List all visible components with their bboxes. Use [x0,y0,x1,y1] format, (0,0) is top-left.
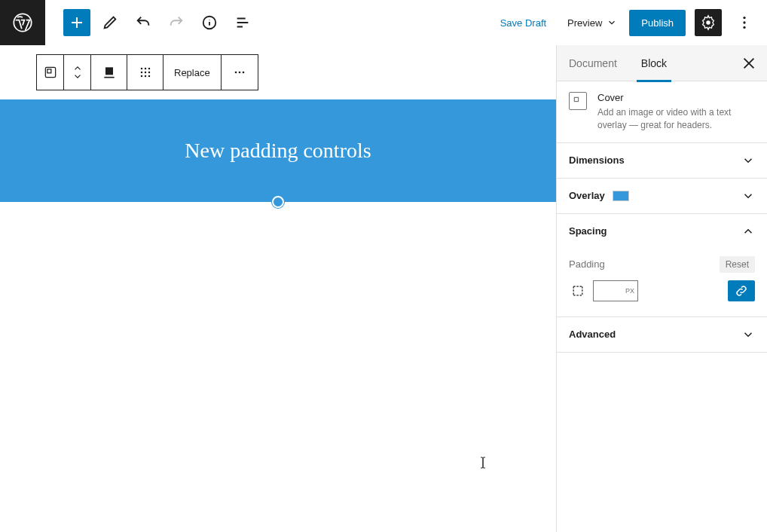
svg-point-11 [144,68,146,70]
chevron-down-icon [607,17,617,28]
svg-rect-7 [47,69,50,73]
svg-point-16 [140,75,142,78]
cover-heading[interactable]: New padding controls [185,139,371,163]
svg-point-15 [148,72,150,74]
content-position-button[interactable] [127,55,163,90]
svg-point-10 [140,68,142,70]
svg-point-3 [743,17,745,19]
more-options-button[interactable] [731,9,758,36]
panel-advanced[interactable]: Advanced [557,317,767,353]
alignment-button[interactable] [91,55,127,90]
svg-rect-9 [104,77,114,78]
chevron-down-icon [741,154,755,167]
publish-button[interactable]: Publish [629,10,686,36]
svg-point-2 [706,20,710,25]
panel-dimensions[interactable]: Dimensions [557,143,767,179]
undo-button[interactable] [130,9,157,36]
block-description: Add an image or video with a text overla… [597,106,755,132]
svg-rect-22 [574,97,578,101]
cover-block-icon [569,92,587,110]
svg-point-5 [743,26,745,29]
outline-button[interactable] [229,9,256,36]
redo-button[interactable] [163,9,190,36]
svg-rect-8 [105,67,113,75]
block-name: Cover [597,92,755,103]
box-sides-icon [569,282,587,300]
settings-sidebar: Document Block Cover Add an image or vid… [556,45,767,532]
reset-padding-button[interactable]: Reset [720,256,755,273]
chevron-down-icon [741,328,755,341]
chevron-up-icon [741,225,755,238]
padding-input[interactable]: PX [593,280,638,301]
wordpress-logo[interactable] [0,0,45,45]
svg-point-21 [242,72,244,74]
chevron-up-icon [72,64,83,72]
svg-point-17 [144,75,146,78]
block-more-button[interactable] [222,55,258,90]
svg-point-18 [148,75,150,78]
tab-document[interactable]: Document [557,45,629,81]
chevron-down-icon [72,73,83,81]
close-sidebar-button[interactable] [731,45,767,81]
move-up-down-button[interactable] [64,55,91,90]
link-sides-button[interactable] [728,280,755,301]
info-button[interactable] [196,9,223,36]
svg-point-4 [743,21,745,23]
block-toolbar: Replace [36,54,258,90]
overlay-color-swatch [613,191,629,201]
edit-button[interactable] [96,9,124,36]
panel-overlay[interactable]: Overlay [557,179,767,214]
svg-point-12 [148,68,150,70]
add-block-button[interactable] [63,9,90,36]
block-type-button[interactable] [37,55,64,90]
panel-spacing[interactable]: Spacing [557,214,767,249]
preview-label: Preview [567,17,602,29]
tab-block[interactable]: Block [629,45,679,81]
resize-handle[interactable] [272,196,284,208]
text-cursor-icon [479,457,487,469]
preview-button[interactable]: Preview [564,10,620,36]
save-draft-button[interactable]: Save Draft [491,10,555,36]
replace-button[interactable]: Replace [163,55,222,90]
svg-point-13 [140,72,142,74]
svg-point-19 [234,72,237,74]
cover-block[interactable]: New padding controls [0,99,556,202]
padding-label: Padding [569,258,605,270]
svg-point-20 [238,72,240,74]
settings-button[interactable] [695,9,722,36]
chevron-down-icon [741,189,755,203]
svg-point-14 [144,72,146,74]
